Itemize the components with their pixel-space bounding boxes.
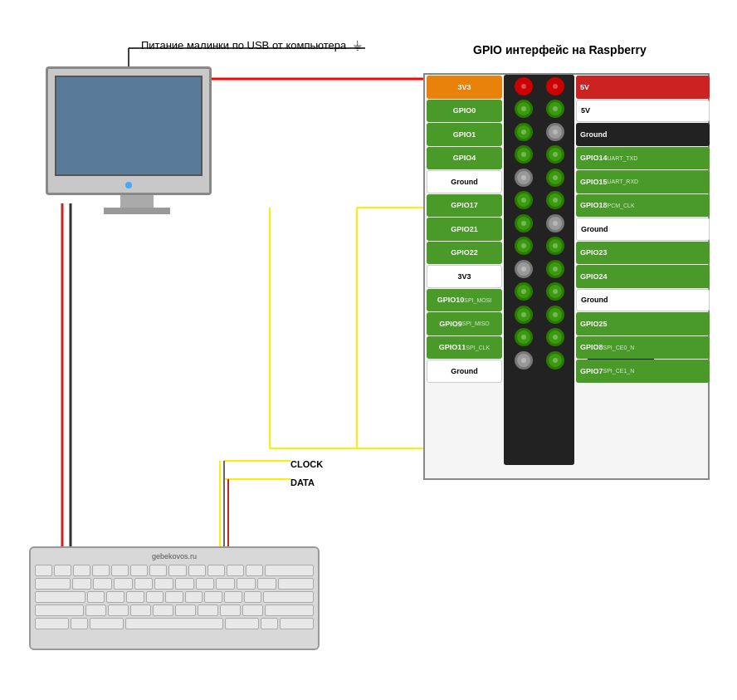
pin-16	[546, 237, 564, 255]
pin-pair-9	[506, 257, 573, 281]
key	[220, 605, 241, 616]
pin-label-gpio15: GPIO15UART_RXD	[576, 170, 710, 193]
key	[196, 578, 215, 590]
key-alt	[90, 618, 124, 629]
keyboard-container: gebekovos.ru	[29, 546, 328, 654]
data-text: DATA	[290, 477, 315, 487]
pin-9	[515, 169, 533, 187]
key	[146, 591, 164, 603]
clock-text: CLOCK	[290, 459, 323, 469]
key	[168, 565, 186, 576]
key	[114, 578, 133, 590]
pin-label-gpio21: GPIO21	[427, 218, 502, 241]
pin-6	[546, 123, 564, 141]
key	[85, 605, 106, 616]
pin-13	[515, 214, 533, 233]
key	[188, 565, 206, 576]
left-pin-labels: 3V3 GPIO0 GPIO1 GPIO4 Ground GPIO17 GPIO…	[425, 75, 504, 384]
pin-5	[515, 123, 533, 141]
pin-label-gpio14: GPIO14UART_TXD	[576, 147, 710, 170]
key	[130, 605, 151, 616]
pin-label-gpio7: GPIO7SPI_CE1_N	[576, 360, 710, 383]
pin-7	[515, 145, 533, 164]
pin-label-gpio9: GPIO9SPI_MISO	[427, 312, 502, 335]
key	[130, 565, 148, 576]
pin-label-ground-4: Ground	[576, 218, 710, 241]
monitor-base	[120, 195, 154, 208]
key-row-4	[35, 605, 314, 616]
key-space	[125, 618, 223, 629]
key	[244, 591, 262, 603]
key	[154, 578, 173, 590]
pin-pair-11	[506, 303, 573, 326]
key	[227, 565, 244, 576]
keyboard-brand: gebekovos.ru	[152, 552, 197, 560]
pin-label-gpio17: GPIO17	[427, 194, 502, 218]
pin-label-ground-2: Ground	[427, 360, 502, 383]
pin-24	[546, 328, 564, 346]
key-row-5	[35, 618, 314, 629]
pin-label-gpio10: GPIO10SPI_MOSI	[427, 289, 502, 312]
key	[257, 578, 276, 590]
pin-pair-7	[506, 212, 573, 235]
pin-pair-3	[506, 120, 573, 144]
diagram: Питание малинки по USB от компьютера ⏚ G…	[0, 0, 737, 700]
pin-label-gpio24: GPIO24	[576, 265, 710, 288]
key	[54, 565, 71, 576]
pin-26	[546, 351, 564, 370]
key-shift-l	[35, 605, 84, 616]
key-rows	[35, 565, 314, 631]
gpio-board: 3V3 GPIO0 GPIO1 GPIO4 Ground GPIO17 GPIO…	[423, 73, 710, 480]
key-row-1	[35, 565, 314, 576]
monitor-screen	[55, 76, 203, 176]
pin-12	[546, 191, 564, 209]
key-row-3	[35, 591, 314, 603]
pin-pair-12	[506, 326, 573, 350]
key-caps	[35, 591, 85, 603]
usb-power-text: Питание малинки по USB от компьютера	[141, 39, 346, 51]
key	[72, 578, 91, 590]
key	[111, 565, 129, 576]
pin-18	[546, 260, 564, 278]
key	[242, 605, 263, 616]
pin-8	[546, 145, 564, 164]
pin-1	[515, 77, 533, 95]
key	[108, 605, 129, 616]
pin-4	[546, 100, 564, 118]
monitor-foot	[104, 208, 170, 214]
pin-pair-6	[506, 189, 573, 213]
monitor	[46, 66, 212, 195]
key	[73, 565, 90, 576]
pin-25	[515, 351, 533, 370]
key-win	[71, 618, 88, 629]
pin-label-gpio0: GPIO0	[427, 100, 502, 123]
pin-label-gpio1: GPIO1	[427, 123, 502, 146]
gpio-header-text: GPIO интерфейс на Raspberry	[473, 43, 647, 56]
key-alt-r	[225, 618, 259, 629]
key	[175, 578, 194, 590]
pin-label-gpio22: GPIO22	[427, 242, 502, 265]
pin-10	[546, 169, 564, 187]
keyboard: gebekovos.ru	[29, 546, 320, 650]
usb-icon: ⏚	[354, 37, 362, 52]
key	[92, 565, 110, 576]
right-pin-labels: 5V 5V Ground GPIO14UART_TXD GPIO15UART_R…	[574, 75, 711, 384]
pin-label-gpio8: GPIO8SPI_CE0_N	[576, 336, 710, 360]
key	[87, 591, 105, 603]
pin-label-gpio4: GPIO4	[427, 147, 502, 170]
key-shift-r	[265, 605, 314, 616]
pin-pair-5	[506, 166, 573, 189]
data-label: DATA	[290, 477, 315, 487]
pin-22	[546, 306, 564, 324]
pin-pair-8	[506, 235, 573, 258]
pin-pair-4	[506, 144, 573, 167]
pin-circles: Revision 1.0	[506, 75, 573, 372]
key-backspace	[265, 565, 314, 576]
pin-label-ground-3: Ground	[576, 123, 710, 146]
pin-14	[546, 214, 564, 233]
key	[175, 605, 196, 616]
key	[35, 565, 52, 576]
key	[204, 591, 222, 603]
key	[126, 591, 144, 603]
pin-pair-2	[506, 98, 573, 121]
